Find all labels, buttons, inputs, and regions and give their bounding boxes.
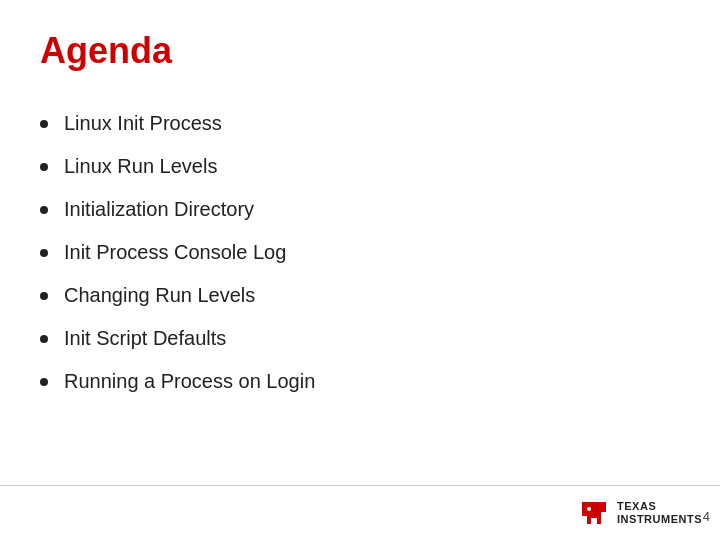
list-item: Changing Run Levels [40,274,680,317]
agenda-list: Linux Init Process Linux Run Levels Init… [40,102,680,403]
list-item: Init Process Console Log [40,231,680,274]
list-item: Initialization Directory [40,188,680,231]
bullet-icon [40,249,48,257]
list-item: Linux Init Process [40,102,680,145]
bullet-icon [40,335,48,343]
bullet-icon [40,163,48,171]
slide-footer: Texas Instruments [0,485,720,540]
list-item: Running a Process on Login [40,360,680,403]
bullet-icon [40,292,48,300]
bullet-icon [40,120,48,128]
page-number: 4 [703,509,710,524]
ti-logo: Texas Instruments [577,496,702,530]
slide-title: Agenda [40,30,680,72]
svg-marker-0 [582,502,606,524]
slide: Agenda Linux Init Process Linux Run Leve… [0,0,720,540]
list-item: Linux Run Levels [40,145,680,188]
svg-point-1 [587,507,591,511]
ti-logo-icon [577,496,611,530]
ti-logo-text: Texas Instruments [617,500,702,526]
bullet-icon [40,206,48,214]
bullet-icon [40,378,48,386]
list-item: Init Script Defaults [40,317,680,360]
